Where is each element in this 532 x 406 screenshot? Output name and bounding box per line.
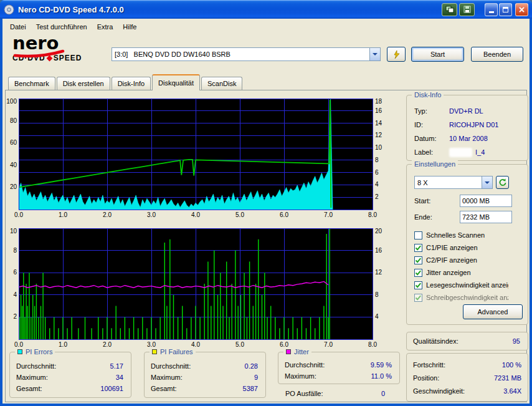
tools-icon	[392, 50, 401, 59]
jitter-panel: Jitter Durchschnitt:9.59 % Maximum:11.0 …	[278, 352, 400, 384]
drive-select-value: [3:0] BENQ DVD DD DW1640 BSRB	[112, 51, 369, 58]
svg-text:10: 10	[10, 228, 17, 234]
svg-text:3.0: 3.0	[147, 211, 156, 218]
speed-value: 3.64X	[503, 387, 521, 395]
disk-info-title: Disk-Info	[412, 90, 444, 99]
tab-disk-info[interactable]: Disk-Info	[112, 77, 151, 90]
check-icon	[415, 282, 422, 289]
svg-text:14: 14	[375, 120, 382, 127]
svg-text:10: 10	[375, 144, 382, 151]
quality-index-panel: Qualitätsindex: 95	[406, 332, 528, 350]
svg-text:20: 20	[10, 183, 17, 190]
svg-text:0.0: 0.0	[14, 211, 23, 218]
minimize-icon	[489, 11, 494, 13]
settings-panel: Einstellungen 8 X	[406, 164, 528, 325]
disk-date-value: 10 Mar 2008	[449, 135, 488, 142]
end-mb-field[interactable]	[460, 211, 512, 223]
position-value: 7231 MB	[494, 374, 521, 382]
progress-row: Fortschritt:100 %	[407, 358, 528, 371]
svg-text:80: 80	[10, 117, 17, 124]
tab-diskqualitaet[interactable]: Diskqualität	[152, 74, 200, 90]
po-failures-value: 0	[381, 390, 385, 397]
tab-scandisk[interactable]: ScanDisk	[201, 77, 242, 90]
save-disk-icon	[463, 6, 471, 13]
close-button[interactable]: ×	[515, 3, 528, 16]
checkbox-box	[414, 269, 422, 277]
check-icon	[415, 257, 422, 264]
pi-failures-color-swatch	[152, 349, 157, 354]
disk-type-value: DVD+R DL	[449, 107, 483, 115]
menu-item-datei[interactable]: Datei	[5, 21, 31, 32]
speed-select-value: 8 X	[415, 179, 482, 186]
checkbox-box	[414, 281, 422, 289]
svg-text:12: 12	[375, 132, 382, 138]
svg-text:8: 8	[13, 247, 17, 254]
refresh-button[interactable]	[496, 176, 509, 189]
drive-select-dropdown-button[interactable]	[369, 48, 380, 60]
speed-select[interactable]: 8 X	[414, 176, 493, 189]
pi-errors-color-swatch	[17, 349, 22, 354]
stat-row: Durchschnitt:9.59 %	[278, 359, 399, 370]
quality-index-value: 95	[513, 337, 520, 345]
drive-select[interactable]: [3:0] BENQ DVD DD DW1640 BSRB	[112, 47, 381, 61]
pi-failures-title: PI Failures	[160, 347, 193, 356]
checkbox-schreibgeschwindigkeit-anzeigen[interactable]: Schreibgeschwindigkeit anzeigen	[414, 291, 523, 304]
disk-label-value: I_4	[449, 148, 485, 156]
svg-text:16: 16	[375, 247, 382, 254]
jitter-color-swatch	[286, 349, 291, 354]
svg-text:18: 18	[375, 98, 382, 105]
speed-select-dropdown-button[interactable]	[482, 176, 492, 188]
svg-text:2: 2	[13, 313, 17, 320]
checkbox-schnelles-scannen[interactable]: Schnelles Scannen	[414, 229, 523, 241]
svg-text:6: 6	[13, 269, 17, 276]
plugin-save-button[interactable]	[459, 3, 475, 16]
stat-row: Maximum:9	[145, 372, 265, 383]
disk-info-row: ID:RICOHJPN D01	[407, 118, 528, 132]
menu-item-hilfe[interactable]: Hilfe	[118, 21, 141, 32]
checkbox-c2-pif-anzeigen[interactable]: C2/PIF anzeigen	[414, 254, 523, 266]
checkbox-box	[414, 231, 422, 239]
progress-panel: Fortschritt:100 % Position:7231 MB Gesch…	[406, 353, 528, 402]
svg-text:4: 4	[13, 291, 17, 298]
jitter-panel-group: Jitter Durchschnitt:9.59 % Maximum:11.0 …	[278, 352, 400, 399]
quit-button[interactable]: Beenden	[471, 47, 523, 62]
start-mb-label: Start:	[414, 197, 460, 205]
svg-text:6.0: 6.0	[280, 211, 288, 218]
maximize-button[interactable]	[499, 3, 512, 16]
svg-text:7.0: 7.0	[324, 341, 333, 348]
svg-text:1.0: 1.0	[59, 341, 67, 348]
right-column: Disk-Info Typ:DVD+R DL ID:RICOHJPN D01 D…	[406, 95, 528, 402]
checkbox-box	[414, 256, 422, 264]
check-icon	[415, 294, 422, 301]
svg-text:8.0: 8.0	[368, 341, 377, 348]
checkbox-lesegeschwindigkeit-anzeigen[interactable]: Lesegeschwindigkeit anzeigen	[414, 279, 523, 291]
checkbox-box	[414, 244, 422, 252]
svg-text:8: 8	[375, 291, 379, 298]
checkbox-c1-pie-anzeigen[interactable]: C1/PIE anzeigen	[414, 241, 523, 254]
tab-strip: Benchmark Disk erstellen Disk-Info Diskq…	[8, 74, 525, 90]
svg-text:4.0: 4.0	[191, 211, 200, 218]
svg-text:20: 20	[375, 228, 382, 234]
svg-text:2.0: 2.0	[103, 211, 112, 218]
advanced-button[interactable]: Advanced	[463, 304, 523, 319]
check-icon	[415, 244, 422, 251]
stat-row: Durchschnitt:0.28	[145, 360, 265, 372]
pi-failures-panel: PI Failures Durchschnitt:0.28 Maximum:9 …	[144, 352, 266, 398]
tab-benchmark[interactable]: Benchmark	[8, 77, 55, 90]
nero-logo-swoosh	[13, 49, 65, 59]
start-button[interactable]: Start	[411, 47, 464, 62]
tab-disk-erstellen[interactable]: Disk erstellen	[57, 77, 110, 90]
start-mb-field[interactable]	[460, 195, 512, 207]
menu-item-test-durchfuehren[interactable]: Test durchführen	[31, 21, 92, 32]
app-window: Nero CD-DVD Speed 4.7.0.0	[0, 0, 532, 406]
stat-row: Maximum:34	[10, 372, 131, 383]
menu-item-extra[interactable]: Extra	[92, 21, 118, 32]
diskqualitaet-page: 10080604020181614121086420.01.02.03.04.0…	[5, 90, 527, 402]
svg-text:8: 8	[375, 157, 379, 163]
titlebar[interactable]: Nero CD-DVD Speed 4.7.0.0	[0, 0, 532, 19]
checkbox-jitter-anzeigen[interactable]: Jitter anzeigen	[414, 266, 523, 279]
plugin-capture-button[interactable]	[442, 3, 457, 16]
tools-button[interactable]	[387, 47, 406, 62]
minimize-button[interactable]	[485, 3, 498, 16]
checkbox-box	[414, 294, 422, 302]
